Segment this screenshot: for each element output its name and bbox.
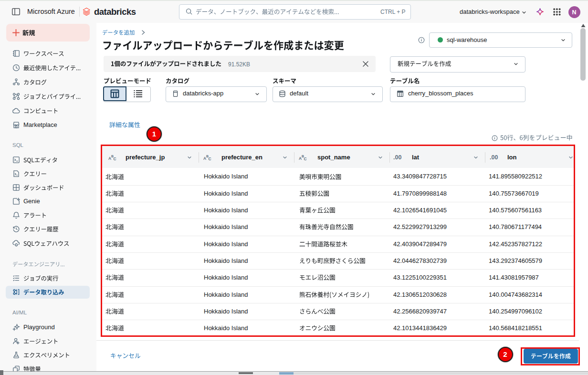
svg-text:C: C	[304, 156, 307, 161]
svg-text:C: C	[114, 156, 116, 161]
svg-text:C: C	[209, 156, 211, 161]
